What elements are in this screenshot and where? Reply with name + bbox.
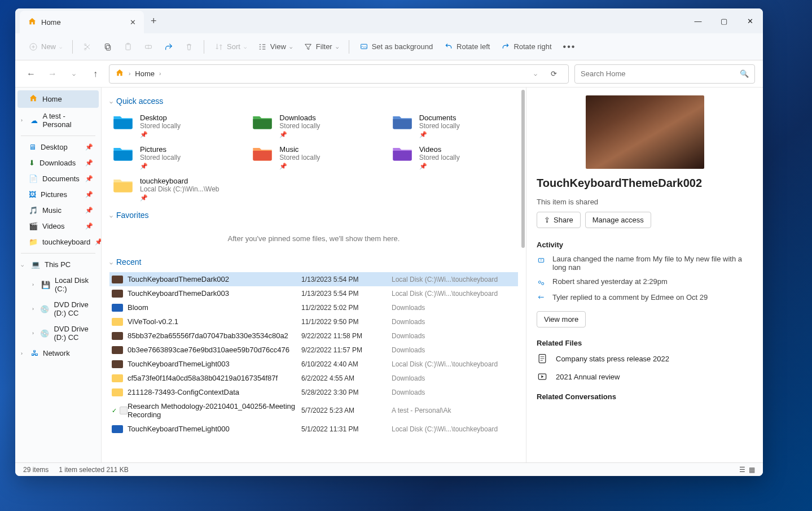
sidebar-item-dvd1[interactable]: ›💿DVD Drive (D:) CC	[17, 297, 99, 321]
recent-file-row[interactable]: 211128-73493-ConfigContextData5/28/2022 …	[109, 385, 518, 399]
svg-point-11	[542, 282, 544, 285]
sidebar-item-music[interactable]: 🎵Music📌	[17, 203, 99, 218]
recent-file-row[interactable]: TouchKeyboardThemeLight0005/1/2022 11:31…	[109, 422, 518, 436]
related-files-header: Related Files	[537, 339, 753, 347]
sidebar-item-touchkeyboard[interactable]: 📁touchkeyboard📌	[17, 234, 99, 250]
file-date: 11/1/2022 9:50 PM	[301, 318, 392, 326]
tab-home[interactable]: Home ✕	[20, 11, 144, 33]
disc-icon: 💿	[40, 305, 49, 313]
maximize-button[interactable]: ▢	[711, 8, 737, 33]
breadcrumb[interactable]: › Home › ⌵ ⟳	[109, 64, 569, 84]
filter-button[interactable]: Filter ⌵	[299, 39, 343, 55]
recent-file-row[interactable]: 85bb37e2ba65556f7da07047bab330e3534c80a2…	[109, 329, 518, 343]
file-date: 1/13/2023 5:54 PM	[301, 276, 392, 283]
sort-button[interactable]: Sort ⌵	[210, 39, 251, 55]
status-bar: 29 items 1 item selected 211 KB ☰ ▦	[15, 462, 763, 476]
desktop-icon: 🖥	[29, 143, 36, 151]
view-button[interactable]: View ⌵	[253, 39, 297, 55]
sidebar-item-onedrive[interactable]: ›☁A test - Personal	[17, 108, 99, 132]
breadcrumb-home[interactable]: Home	[135, 69, 155, 78]
up-button[interactable]: ↑	[87, 66, 103, 82]
recent-file-row[interactable]: TouchKeyboardThemeLight0036/10/2022 4:40…	[109, 357, 518, 371]
rename-button[interactable]	[139, 39, 157, 55]
cut-button[interactable]	[78, 39, 96, 55]
quick-access-item[interactable]: touchkeyboardLocal Disk (C:)\Win...\Web📌	[109, 174, 239, 204]
folder-icon	[391, 145, 414, 163]
quick-access-item[interactable]: PicturesStored locally📌	[109, 143, 239, 172]
rotate-right-button[interactable]: Rotate right	[497, 39, 556, 55]
forward-button[interactable]: →	[45, 66, 60, 82]
sidebar-item-pictures[interactable]: 🖼Pictures📌	[17, 187, 99, 202]
recent-file-row[interactable]: Bloom11/2/2022 5:02 PMDownloads	[109, 300, 518, 315]
expand-icon[interactable]: ›	[32, 282, 37, 287]
pin-icon: 📌	[85, 222, 93, 230]
recent-file-row[interactable]: TouchKeyboardThemeDark0031/13/2023 5:54 …	[109, 286, 518, 300]
expand-icon[interactable]: ›	[21, 351, 27, 356]
copy-button[interactable]	[99, 39, 117, 55]
address-dropdown-button[interactable]: ⌵	[526, 69, 545, 78]
manage-access-button[interactable]: Manage access	[585, 212, 651, 228]
refresh-button[interactable]: ⟳	[545, 69, 563, 78]
quick-access-item[interactable]: DocumentsStored locally📌	[389, 111, 518, 141]
thumbnails-view-button[interactable]: ▦	[749, 466, 755, 474]
scrollbar[interactable]	[520, 88, 526, 462]
chevron-right-icon: ›	[159, 71, 161, 77]
section-recent[interactable]: ⌵Recent	[109, 257, 518, 267]
rotate-left-button[interactable]: Rotate left	[440, 39, 494, 55]
minimize-button[interactable]: —	[685, 8, 711, 33]
recent-file-row[interactable]: cf5a73fe0f1f4a0cd58a38b04219a0167354f87f…	[109, 371, 518, 385]
share-button[interactable]	[160, 39, 178, 55]
related-file-item[interactable]: 2021 Annual review	[537, 371, 753, 382]
close-tab-icon[interactable]: ✕	[130, 18, 136, 27]
sidebar-item-videos[interactable]: 🎬Videos📌	[17, 219, 99, 234]
expand-icon[interactable]: ›	[21, 117, 26, 123]
cloud-icon: ☁	[30, 116, 38, 125]
file-date: 5/28/2022 3:30 PM	[301, 388, 392, 396]
sidebar-item-home[interactable]: Home	[17, 90, 99, 108]
pin-icon: 📌	[419, 163, 460, 170]
quick-access-item[interactable]: DownloadsStored locally📌	[249, 111, 378, 141]
sidebar-item-network[interactable]: ›🖧Network	[17, 346, 99, 361]
close-window-button[interactable]: ✕	[737, 8, 763, 33]
expand-icon[interactable]: ›	[32, 330, 36, 336]
section-favorites[interactable]: ⌵Favorites	[109, 211, 518, 220]
set-background-button[interactable]: Set as background	[355, 39, 437, 55]
view-more-button[interactable]: View more	[537, 311, 586, 327]
file-location: Downloads	[392, 318, 516, 326]
file-name: TouchKeyboardThemeDark002	[128, 275, 301, 283]
sidebar-item-desktop[interactable]: 🖥Desktop📌	[17, 139, 99, 155]
search-box[interactable]: 🔍	[574, 64, 755, 84]
more-button[interactable]: •••	[559, 38, 581, 55]
collapse-icon[interactable]: ⌵	[21, 262, 27, 268]
recent-file-row[interactable]: 0b3ee7663893cae76e9bd310aee59b70d76cc476…	[109, 343, 518, 357]
sidebar-item-downloads[interactable]: ⬇Downloads📌	[17, 155, 99, 171]
activity-item: Robert shared yesterday at 2:29pm	[537, 277, 753, 287]
file-location: Downloads	[392, 332, 516, 340]
quick-access-item[interactable]: VideosStored locally📌	[389, 143, 518, 172]
new-button[interactable]: New ⌵	[24, 39, 67, 55]
back-button[interactable]: ←	[23, 66, 39, 82]
quick-access-item[interactable]: DesktopStored locally📌	[109, 111, 239, 141]
search-input[interactable]	[581, 69, 740, 78]
recent-locations-button[interactable]: ⌵	[66, 66, 82, 82]
related-file-item[interactable]: Company stats press release 2022	[537, 353, 753, 364]
recent-file-row[interactable]: TouchKeyboardThemeDark0021/13/2023 5:54 …	[109, 272, 518, 286]
folder-icon	[112, 145, 134, 163]
quick-access-item[interactable]: MusicStored locally📌	[249, 143, 378, 172]
section-quick-access[interactable]: ⌵Quick access	[109, 97, 518, 106]
sidebar-item-localdisk[interactable]: ›💾Local Disk (C:)	[17, 273, 99, 296]
recent-file-row[interactable]: ViVeTool-v0.2.111/1/2022 9:50 PMDownload…	[109, 315, 518, 329]
sidebar-item-dvd2[interactable]: ›💿DVD Drive (D:) CC	[17, 321, 99, 345]
activity-item: Laura changed the name from My file to M…	[537, 255, 753, 272]
delete-button[interactable]	[180, 39, 198, 55]
selection-info: 1 item selected 211 KB	[59, 466, 128, 474]
video-icon: 🎬	[29, 222, 38, 230]
sidebar-item-thispc[interactable]: ⌵💻This PC	[17, 257, 99, 272]
expand-icon[interactable]: ›	[32, 306, 36, 312]
recent-file-row[interactable]: ✓Research Methodology-20210401_040256-Me…	[109, 399, 518, 422]
details-view-button[interactable]: ☰	[739, 466, 745, 474]
new-tab-button[interactable]: +	[144, 8, 164, 33]
paste-button[interactable]	[119, 39, 137, 55]
share-button[interactable]: ⇪Share	[537, 212, 581, 228]
sidebar-item-documents[interactable]: 📄Documents📌	[17, 171, 99, 186]
